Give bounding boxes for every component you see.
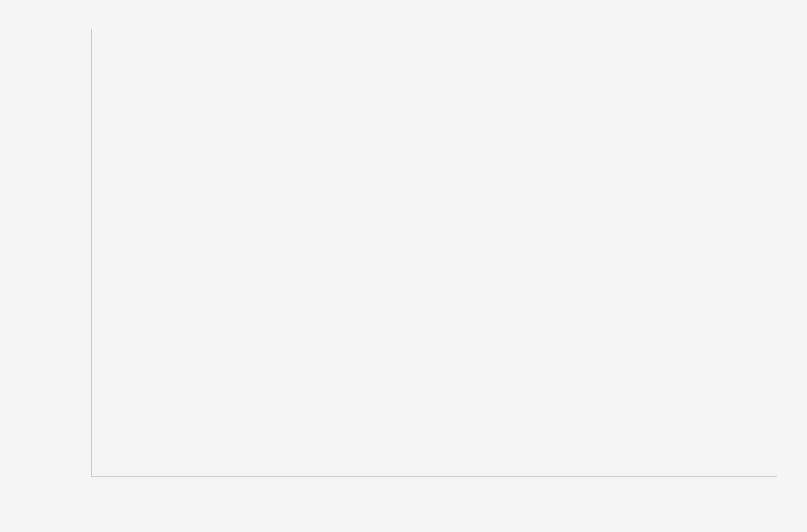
plot-area: [91, 29, 777, 477]
chart-container: [0, 0, 807, 532]
y-axis: [8, 29, 91, 477]
x-axis: [91, 477, 777, 481]
chart-area: [8, 29, 777, 477]
